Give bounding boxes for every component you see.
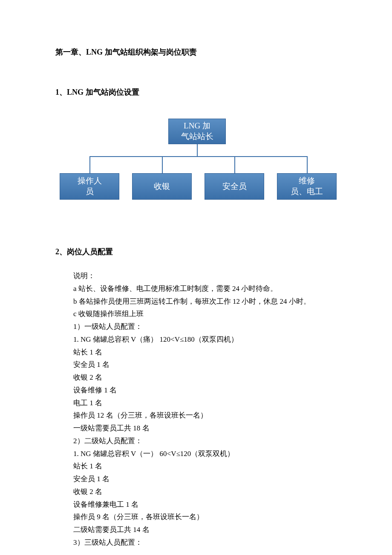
- org-node-label: LNG 加: [184, 121, 210, 131]
- org-node-label: 员: [86, 186, 94, 197]
- org-connector-line: [89, 156, 90, 173]
- org-node-station-manager: LNG 加 气站站长: [168, 119, 226, 144]
- org-chart: LNG 加 气站站长 操作人 员 收银 安全员 维修 员、电工: [55, 119, 337, 200]
- org-node-label: 气站站长: [181, 131, 213, 142]
- body-line: 1. NG 储罐总容积 V（痛） 120<V≤180（双泵四机）: [73, 333, 337, 346]
- body-line: 3）三级站人员配置：: [73, 536, 337, 549]
- org-connector-line: [234, 156, 235, 173]
- body-line: 站长 1 名: [73, 346, 337, 359]
- org-connector-line: [162, 156, 163, 173]
- body-text: 说明： a 站长、设备维修、电工使用标准工时制度，需要 24 小时待命。 b 各…: [73, 270, 337, 549]
- org-node-label: 安全员: [222, 181, 247, 192]
- org-node-cashier: 收银: [132, 173, 192, 200]
- body-line: b 各站操作员使用三班两运转工作制，每班次工作 12 小时，休息 24 小时。: [73, 295, 337, 308]
- body-line: 安全员 1 名: [73, 358, 337, 371]
- org-node-label: 收银: [154, 181, 170, 192]
- body-line: c 收银随操作班组上班: [73, 308, 337, 320]
- body-line: a 站长、设备维修、电工使用标准工时制度，需要 24 小时待命。: [73, 282, 337, 295]
- body-line: 1）一级站人员配置：: [73, 320, 337, 333]
- body-line: 收银 2 名: [73, 371, 337, 384]
- section-1-title: 1、LNG 加气站岗位设置: [55, 87, 337, 97]
- body-line: 设备维修 1 名: [73, 384, 337, 397]
- org-connector-line: [89, 156, 307, 157]
- org-node-label: 员、电工: [291, 186, 323, 197]
- body-line: 设备维修兼电工 1 名: [73, 498, 337, 511]
- body-line: 1. NG 储罐总容积 V（一） 60<V≤120（双泵双机）: [73, 447, 337, 460]
- body-line: 安全员 1 名: [73, 473, 337, 485]
- body-line: 一级站需要员工共 18 名: [73, 422, 337, 435]
- body-line: 操作员 12 名（分三班，各班设班长一名）: [73, 409, 337, 422]
- org-node-maintenance: 维修 员、电工: [277, 173, 337, 200]
- org-node-label: 维修: [299, 176, 315, 186]
- org-node-label: 操作人: [78, 176, 102, 186]
- chapter-title: 第一章、LNG 加气站组织构架与岗位职责: [55, 47, 337, 57]
- section-2-title: 2、岗位人员配置: [55, 247, 337, 257]
- org-node-operator: 操作人 员: [60, 173, 119, 200]
- body-line: 收银 2 名: [73, 485, 337, 498]
- document-page: 第一章、LNG 加气站组织构架与岗位职责 1、LNG 加气站岗位设置 LNG 加…: [0, 0, 392, 549]
- org-node-safety: 安全员: [205, 173, 264, 200]
- body-line: 说明：: [73, 270, 337, 282]
- body-line: 电工 1 名: [73, 397, 337, 410]
- body-line: 二级站需要员工共 14 名: [73, 523, 337, 536]
- body-line: 操作员 9 名（分三班，各班设班长一名）: [73, 511, 337, 523]
- body-line: 站长 1 名: [73, 460, 337, 473]
- org-connector-line: [307, 156, 308, 173]
- org-connector-line: [197, 144, 198, 156]
- body-line: 2）二级站人员配置：: [73, 435, 337, 447]
